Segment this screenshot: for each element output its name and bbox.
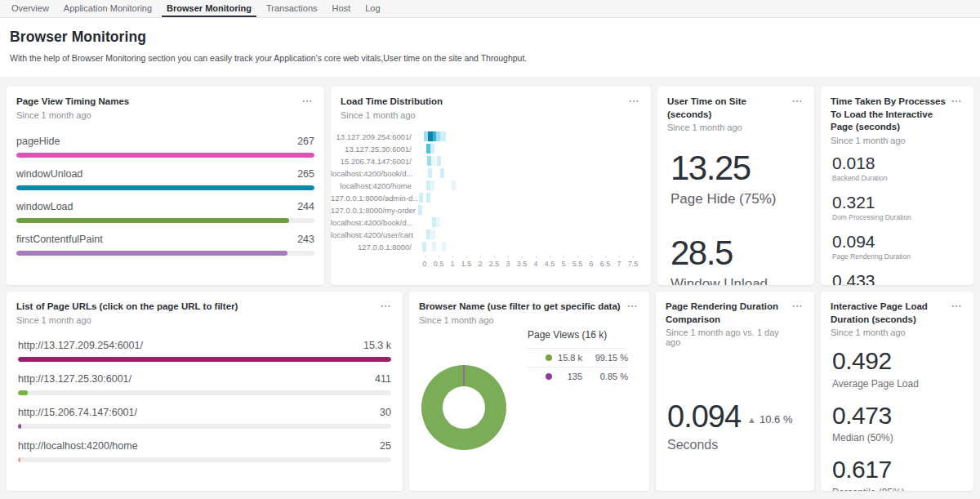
axis-tick-mark [633, 256, 634, 258]
dashboard-row-2: List of Page URLs (click on the page URL… [0, 292, 980, 491]
bar-row-header: pageHide267 [16, 136, 314, 147]
panel-menu-icon[interactable]: ⋯ [301, 96, 315, 107]
bar-fill [16, 185, 314, 190]
heatmap-cell [431, 156, 435, 166]
axis-tick-mark [508, 256, 509, 258]
bar-value: 15.3 k [363, 340, 391, 351]
bar-track [18, 457, 391, 462]
axis-tick-label: 7.5 [628, 260, 639, 268]
bar-row: firstContentfulPaint243 [16, 234, 314, 256]
nav-tab-host[interactable]: Host [327, 0, 356, 17]
heatmap-row-label: 127.0.0.1:8000/my-order [331, 206, 418, 215]
bar-row: http://15.206.74.147:6001/30 [18, 407, 391, 429]
axis-tick-mark [452, 256, 453, 258]
stat: 0.094Page Rendering Duration [832, 232, 962, 261]
heatmap-cell [431, 229, 435, 239]
bar-label[interactable]: http://15.206.74.147:6001/ [18, 407, 137, 418]
nav-tab-log[interactable]: Log [360, 0, 385, 17]
bar-track [16, 185, 314, 190]
bar-fill [18, 457, 20, 462]
legend-row[interactable]: 15.8 k99.15 % [528, 348, 628, 367]
panel-menu-icon[interactable]: ⋯ [627, 96, 642, 107]
comparison-unit: Seconds [667, 438, 803, 452]
heatmap-row-label: 127.0.0.1:8000/ [331, 243, 418, 252]
axis-tick-label: 2 [478, 260, 482, 268]
dashboard-row-1: Page View Timing Names Since 1 month ago… [0, 87, 980, 285]
page-header: Browser Monitoring With the help of Brow… [0, 18, 980, 77]
stat-label: Window Unload (75%) [670, 276, 801, 285]
bar-row: http://localhost:4200/home25 [18, 440, 391, 462]
heatmap-row-label: localhost:4200/user/cart [331, 230, 418, 239]
panel-timerange: Since 1 month ago [831, 136, 950, 145]
legend-dot-icon [546, 354, 552, 361]
stat-value: 13.25 [670, 150, 801, 186]
bar-row-header: http://15.206.74.147:6001/30 [18, 407, 391, 418]
axis-tick-mark [522, 256, 523, 258]
stat-label: Page Hide (75%) [670, 191, 801, 207]
heatmap-cell [418, 205, 422, 215]
bar-value: 30 [380, 407, 391, 418]
legend-dot-icon [546, 373, 552, 380]
legend-row[interactable]: 1350.85 % [528, 367, 628, 385]
panel-menu-icon[interactable]: ⋯ [950, 96, 964, 107]
stat: 0.018Backend Duration [832, 154, 962, 182]
panel-menu-icon[interactable]: ⋯ [626, 301, 640, 312]
nav-tab-overview[interactable]: Overview [7, 0, 54, 17]
panel-page-urls: List of Page URLs (click on the page URL… [7, 292, 403, 491]
donut-legend: Page Views (16 k) 15.8 k99.15 %1350.85 % [528, 324, 628, 385]
stat-value: 28.5 [670, 235, 801, 271]
heatmap-row: 13.127.209.254:6001/ [331, 131, 651, 143]
bar-label[interactable]: http://13.127.209.254:6001/ [18, 340, 143, 351]
fade-overlay [7, 272, 324, 285]
bar-label[interactable]: http://localhost:4200/home [18, 440, 138, 452]
stat: 0.617Percentile (95%) [832, 456, 962, 491]
panel-title: Browser Name (use filter to get specific… [419, 301, 621, 314]
panel-time-taken: Time Taken By Processes To Load the Inte… [821, 87, 973, 285]
heatmap-row-label: 127.0.0.1:8000/admin-d... [331, 194, 418, 203]
comparison-delta: 10.6 % [760, 413, 792, 425]
panel-page-rendering-comparison: Page Rendering Duration Comparison Since… [656, 292, 814, 491]
panel-menu-icon[interactable]: ⋯ [379, 301, 394, 312]
nav-tab-browser-monitoring[interactable]: Browser Monitoring [162, 0, 256, 17]
axis-tick-label: 0.5 [434, 260, 444, 268]
legend-value: 135 [552, 372, 582, 381]
panel-timerange: Since 1 month ago [16, 315, 238, 325]
axis-tick-mark [619, 256, 620, 258]
nav-tab-application-monitoring[interactable]: Application Monitoring [59, 0, 157, 17]
axis-tick-label: 5.5 [572, 260, 583, 268]
panel-menu-icon[interactable]: ⋯ [950, 301, 964, 312]
bar-label[interactable]: http://13.127.25.30:6001/ [18, 373, 131, 385]
axis-tick-label: 6.5 [600, 260, 611, 268]
stat-label: Page Rendering Duration [832, 252, 962, 261]
donut-hole [443, 386, 485, 429]
axis-tick-mark [577, 256, 578, 258]
bar-value: 411 [375, 373, 391, 385]
axis-tick-label: 5 [561, 260, 565, 268]
stat: 0.492Average Page Load [832, 347, 962, 390]
bar-value: 25 [380, 440, 391, 452]
heatmap-cell [426, 193, 430, 203]
heatmap-row-cells [418, 217, 651, 228]
billboard-stats: 0.018Backend Duration0.321Dom Processing… [821, 154, 973, 285]
stat-value: 0.617 [832, 456, 962, 484]
bar-row: windowLoad244 [16, 201, 314, 223]
panel-load-time-distribution: Load Time Distribution Since 1 month ago… [331, 87, 651, 285]
axis-tick-mark [536, 256, 537, 258]
donut-chart[interactable] [421, 365, 506, 450]
heatmap: 13.127.209.254:6001/13.127.25.30:6001/15… [331, 131, 651, 253]
panel-menu-icon[interactable]: ⋯ [791, 301, 805, 312]
fade-overlay [7, 478, 403, 491]
heatmap-cell [432, 242, 436, 252]
trend-up-icon: ▲ [747, 415, 756, 425]
stat-label: Average Page Load [832, 378, 962, 390]
bar-value: 243 [297, 234, 314, 245]
panel-menu-icon[interactable]: ⋯ [791, 96, 805, 107]
billboard-stats: 13.25Page Hide (75%)28.5Window Unload (7… [657, 150, 814, 285]
heatmap-cell [440, 131, 446, 141]
heatmap-row-label: localhost:4200/home [331, 181, 418, 190]
heatmap-cell [442, 242, 446, 252]
comparison-billboard: 0.094 ▲ 10.6 % Seconds [667, 401, 803, 452]
stat-label: Backend Duration [832, 174, 962, 182]
stat: 13.25Page Hide (75%) [670, 150, 801, 207]
nav-tab-transactions[interactable]: Transactions [261, 0, 323, 17]
